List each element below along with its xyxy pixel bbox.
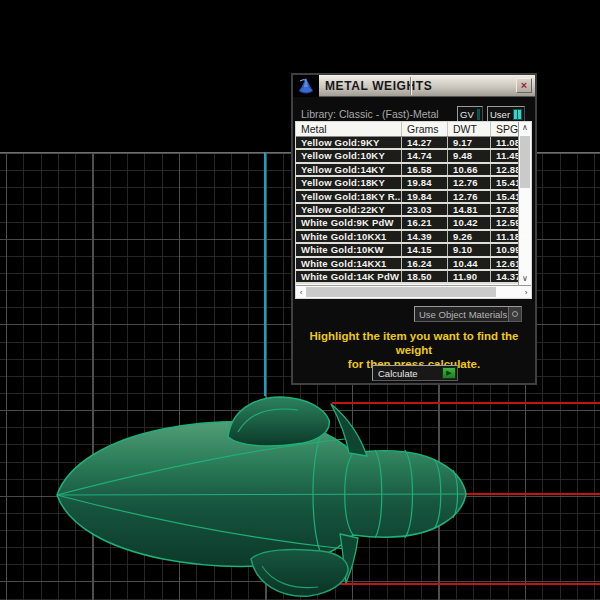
dropdown-label: Use Object Materials [415, 309, 508, 320]
table-row[interactable]: Yellow Gold:9KY14.279.1711.08 [296, 137, 518, 150]
table-cell: Yellow Gold:18KY R... [296, 191, 402, 202]
close-icon: × [521, 79, 527, 91]
horizontal-scrollbar[interactable]: ‹ › [296, 285, 531, 298]
column-header-grams[interactable]: Grams [402, 122, 448, 136]
cyan-axis-line [264, 152, 266, 396]
vertical-scroll-thumb[interactable] [520, 136, 530, 188]
table-row[interactable]: White Gold:14KX116.2410.4412.61 [296, 258, 518, 271]
table-cell: 11.18 [491, 231, 518, 242]
horizontal-scroll-thumb[interactable] [306, 287, 496, 297]
table-cell: White Gold:10KW [296, 244, 402, 255]
table-row[interactable]: White Gold:10KX114.399.2611.18 [296, 231, 518, 244]
column-header-spg[interactable]: SPG [491, 122, 518, 136]
gemstone-model[interactable] [40, 385, 480, 600]
table-cell: 14.39 [402, 231, 448, 242]
model-ear-bottom [251, 550, 348, 597]
table-cell: 14.81 [448, 204, 491, 215]
table-cell: 19.84 [402, 191, 448, 202]
table-cell: Yellow Gold:10KY [296, 150, 402, 161]
close-button[interactable]: × [516, 78, 532, 93]
use-object-materials-dropdown[interactable]: Use Object Materials [414, 306, 522, 322]
table-row[interactable]: Yellow Gold:22KY23.0314.8117.89 [296, 204, 518, 217]
viewport-3d[interactable]: METAL WEIGHTS × Library: Classic - (Fast… [0, 0, 600, 600]
table-cell: 14.74 [402, 150, 448, 161]
table-cell: Yellow Gold:9KY [296, 137, 402, 148]
table-cell: White Gold:14KX1 [296, 258, 402, 269]
table-cell: 23.03 [402, 204, 448, 215]
gv-button[interactable]: GV [457, 106, 483, 122]
table-cell: 15.41 [491, 177, 518, 188]
titlebar-divider [410, 77, 412, 95]
user-button[interactable]: User [487, 106, 525, 122]
table-cell: Yellow Gold:14KY [296, 164, 402, 175]
table-row[interactable]: Yellow Gold:18KY19.8412.7615.41 [296, 177, 518, 190]
table-cell: 10.44 [448, 258, 491, 269]
table-cell: 12.61 [491, 258, 518, 269]
gv-button-label: GV [460, 109, 474, 120]
red-axis-line [464, 493, 600, 495]
table-cell: 11.08 [491, 137, 518, 148]
table-row[interactable]: White Gold:9K PdW16.2110.4212.59 [296, 217, 518, 230]
table-cell: 9.10 [448, 244, 491, 255]
table-cell: Yellow Gold:22KY [296, 204, 402, 215]
table-cell: 11.90 [448, 271, 491, 282]
scroll-right-icon[interactable]: › [521, 287, 531, 298]
table-cell: 10.42 [448, 217, 491, 228]
column-header-metal[interactable]: Metal [296, 122, 402, 136]
play-icon: ▶ [442, 367, 456, 379]
library-label: Library: Classic - (Fast)-Metal [301, 108, 439, 120]
calculate-button-label: Calculate [373, 368, 442, 379]
table-cell: White Gold:10KX1 [296, 231, 402, 242]
table-row[interactable]: Yellow Gold:10KY14.749.4811.45 [296, 150, 518, 163]
dropdown-button[interactable] [508, 307, 521, 321]
user-indicator-icon [513, 109, 522, 120]
table-cell: White Gold:9K PdW [296, 217, 402, 228]
table-cell: 12.76 [448, 177, 491, 188]
model-ear-top [228, 397, 329, 446]
table-cell: 17.89 [491, 204, 518, 215]
gv-indicator-icon [477, 109, 480, 120]
dialog-title: METAL WEIGHTS [325, 79, 432, 93]
dialog-titlebar[interactable]: METAL WEIGHTS × [293, 75, 535, 97]
table-cell: 14.15 [402, 244, 448, 255]
table-cell: 12.76 [448, 191, 491, 202]
scroll-up-icon[interactable]: ∧ [519, 123, 531, 133]
scroll-left-icon[interactable]: ‹ [296, 287, 306, 298]
dropdown-circle-icon [512, 311, 518, 317]
table-cell: 14.27 [402, 137, 448, 148]
user-button-label: User [490, 109, 510, 120]
table-cell: 19.84 [402, 177, 448, 188]
table-header-row: Metal Grams DWT SPG [296, 122, 518, 137]
table-row[interactable]: White Gold:10KW14.159.1010.99 [296, 244, 518, 257]
table-cell: 9.48 [448, 150, 491, 161]
flask-icon [293, 75, 319, 97]
table-cell: 9.26 [448, 231, 491, 242]
metals-table: Metal Grams DWT SPG Yellow Gold:9KY14.27… [295, 121, 532, 299]
table-cell: Yellow Gold:18KY [296, 177, 402, 188]
calculate-button[interactable]: Calculate ▶ [372, 365, 458, 381]
table-cell: 11.45 [491, 150, 518, 161]
vertical-scrollbar[interactable]: ∧ ∨ [518, 122, 531, 285]
table-cell: 12.88 [491, 164, 518, 175]
table-cell: 16.21 [402, 217, 448, 228]
scroll-down-icon[interactable]: ∨ [519, 274, 531, 284]
table-cell: 14.37 [491, 271, 518, 282]
table-cell: 16.24 [402, 258, 448, 269]
metal-weights-dialog: METAL WEIGHTS × Library: Classic - (Fast… [291, 73, 537, 385]
table-cell: 16.58 [402, 164, 448, 175]
table-cell: 15.41 [491, 191, 518, 202]
table-body: Yellow Gold:9KY14.279.1711.08Yellow Gold… [296, 137, 518, 284]
table-row[interactable]: Yellow Gold:18KY R...19.8412.7615.41 [296, 191, 518, 204]
table-cell: 9.17 [448, 137, 491, 148]
table-cell: 12.59 [491, 217, 518, 228]
table-cell: 10.99 [491, 244, 518, 255]
table-row[interactable]: Yellow Gold:14KY16.5810.6612.88 [296, 164, 518, 177]
instruction-line-1: Highlight the item you want to find the … [293, 329, 535, 357]
table-cell: 10.66 [448, 164, 491, 175]
table-cell: White Gold:14K PdW [296, 271, 402, 282]
table-row[interactable]: White Gold:14K PdW18.5011.9014.37 [296, 271, 518, 284]
column-header-dwt[interactable]: DWT [448, 122, 491, 136]
table-cell: 18.50 [402, 271, 448, 282]
